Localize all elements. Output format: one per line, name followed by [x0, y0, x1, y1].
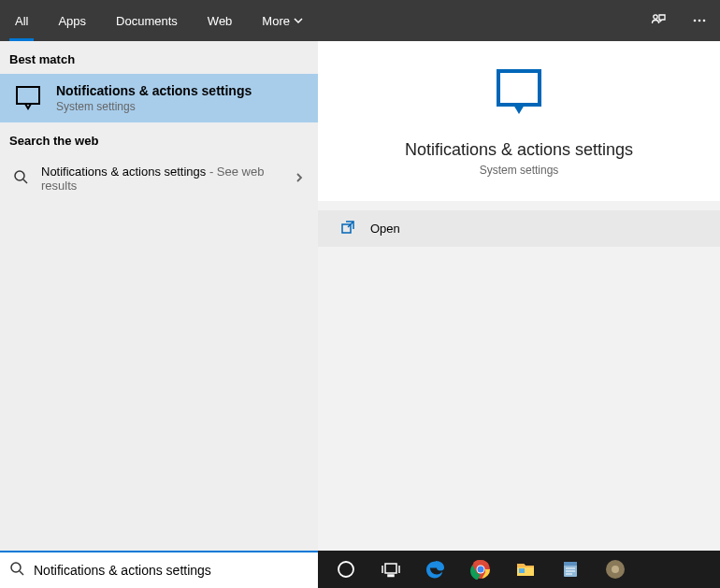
web-result[interactable]: Notifications & actions settings - See w…	[0, 155, 318, 202]
more-options-icon[interactable]	[679, 0, 720, 41]
search-icon	[13, 169, 30, 188]
svg-point-1	[694, 20, 697, 22]
svg-point-0	[654, 15, 657, 19]
task-view-icon[interactable]	[370, 551, 411, 588]
open-label: Open	[370, 222, 400, 236]
tab-more-label: More	[262, 14, 290, 28]
open-icon	[340, 220, 355, 237]
file-explorer-icon[interactable]	[505, 551, 546, 588]
svg-point-9	[338, 562, 353, 577]
chrome-alt-icon[interactable]	[595, 551, 636, 588]
tab-apps[interactable]: Apps	[43, 0, 101, 41]
svg-point-8	[11, 563, 21, 572]
search-input[interactable]	[34, 563, 309, 578]
svg-rect-17	[564, 562, 577, 566]
taskbar	[0, 551, 720, 588]
best-match-heading: Best match	[0, 41, 318, 74]
feedback-icon[interactable]	[638, 0, 679, 41]
chrome-icon[interactable]	[460, 551, 501, 588]
results-pane: Best match Notifications & actions setti…	[0, 41, 318, 551]
tab-all[interactable]: All	[0, 0, 43, 41]
tab-more[interactable]: More	[247, 0, 318, 41]
search-box[interactable]	[0, 551, 318, 588]
edge-icon[interactable]	[415, 551, 456, 588]
tab-bar: All Apps Documents Web More	[0, 0, 720, 41]
tab-web-label: Web	[208, 14, 233, 28]
svg-rect-6	[498, 71, 540, 105]
svg-point-19	[612, 566, 619, 573]
web-result-primary: Notifications & actions settings	[41, 165, 206, 179]
best-match-title: Notifications & actions settings	[56, 83, 252, 98]
best-match-result[interactable]: Notifications & actions settings System …	[0, 74, 318, 122]
preview-title: Notifications & actions settings	[405, 140, 633, 160]
svg-rect-4	[17, 87, 39, 104]
svg-point-14	[478, 566, 484, 573]
svg-point-5	[15, 171, 24, 180]
tab-apps-label: Apps	[58, 14, 86, 28]
open-action[interactable]: Open	[318, 210, 720, 247]
preview-card: Notifications & actions settings System …	[318, 41, 720, 201]
notification-icon-large	[491, 65, 547, 125]
best-match-subtitle: System settings	[56, 100, 252, 113]
svg-rect-10	[385, 564, 396, 573]
search-icon	[9, 561, 24, 580]
preview-subtitle: System settings	[480, 164, 559, 177]
svg-rect-11	[388, 575, 394, 577]
tab-documents[interactable]: Documents	[101, 0, 193, 41]
chevron-down-icon	[294, 16, 303, 25]
svg-point-3	[703, 20, 706, 22]
taskbar-tray	[318, 551, 720, 588]
tab-documents-label: Documents	[116, 14, 178, 28]
search-web-heading: Search the web	[0, 122, 318, 155]
cortana-icon[interactable]	[325, 551, 367, 588]
web-result-text: Notifications & actions settings - See w…	[41, 165, 282, 193]
notification-icon	[13, 83, 43, 113]
notepad-icon[interactable]	[550, 551, 591, 588]
svg-point-2	[698, 20, 701, 22]
tab-web[interactable]: Web	[193, 0, 248, 41]
chevron-right-icon	[294, 170, 305, 187]
svg-rect-15	[519, 568, 525, 573]
tab-all-label: All	[15, 14, 28, 28]
preview-pane: Notifications & actions settings System …	[318, 41, 720, 551]
